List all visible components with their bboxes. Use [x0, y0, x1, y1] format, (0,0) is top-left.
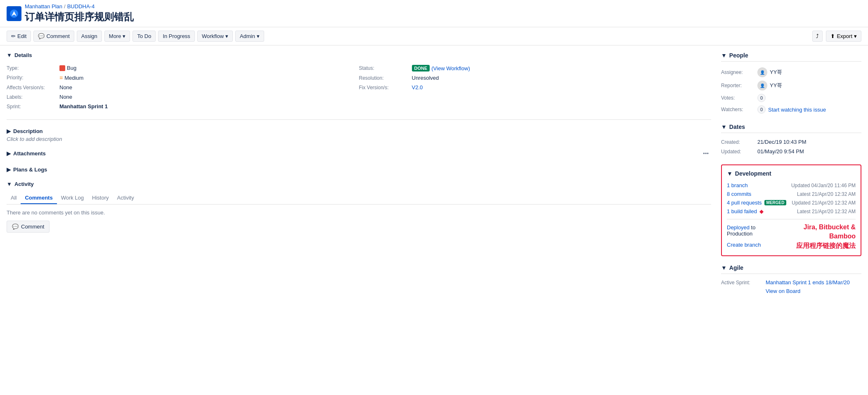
more-button[interactable]: More ▾ — [104, 31, 130, 42]
right-panel: ▼ People Assignee: 👤 YY哥 Reporter: 👤 YY哥… — [721, 52, 861, 304]
sprint-row: Sprint: Manhattan Sprint 1 — [7, 102, 359, 111]
plans-logs-header[interactable]: ▶ Plans & Logs — [7, 165, 711, 174]
add-comment-button[interactable]: 💬 Comment — [7, 221, 50, 233]
sprint-link[interactable]: Manhattan Sprint 1 ends 18/Mar/20 — [766, 279, 850, 286]
commits-row-left: 8 commits — [727, 191, 751, 197]
details-divider — [7, 119, 711, 120]
comment-button[interactable]: 💬 Comment — [33, 31, 74, 42]
people-section: ▼ People Assignee: 👤 YY哥 Reporter: 👤 YY哥… — [721, 52, 861, 115]
view-on-board-link[interactable]: View on Board — [766, 288, 800, 294]
commits-row: 8 commits Latest 21/Apr/20 12:32 AM — [727, 190, 856, 198]
details-right-col: Status: DONE (View Workflow) Resolution:… — [359, 63, 712, 111]
comment-icon-btn: 💬 — [12, 224, 19, 230]
export-button[interactable]: ⬆ Export ▾ — [826, 31, 861, 42]
agile-section: ▼ Agile Active Sprint: Manhattan Sprint … — [721, 264, 861, 295]
breadcrumb-project[interactable]: Manhattan Plan — [25, 3, 62, 10]
toolbar: ✏ Edit 💬 Comment Assign More ▾ To Do In … — [0, 27, 868, 45]
branch-row-left: 1 branch — [727, 182, 748, 188]
pencil-icon: ✏ — [11, 33, 16, 39]
attachments-more-button[interactable]: ••• — [700, 150, 711, 157]
priority-icon: ≡ — [59, 74, 63, 81]
agile-header[interactable]: ▼ Agile — [721, 264, 861, 274]
reporter-row: Reporter: 👤 YY哥 — [721, 79, 861, 92]
status-badge: DONE — [412, 65, 430, 71]
tab-comments[interactable]: Comments — [21, 192, 57, 204]
tab-worklog[interactable]: Work Log — [57, 192, 88, 204]
tab-all[interactable]: All — [7, 192, 21, 204]
votes-badge: 0 — [757, 94, 766, 102]
watchers-row: Watchers: 0 Start watching this issue — [721, 104, 861, 115]
chevron-down-icon-details: ▼ — [7, 52, 12, 58]
admin-button[interactable]: Admin ▾ — [235, 31, 264, 42]
comment-icon: 💬 — [38, 33, 45, 39]
merged-badge: MERGED — [764, 200, 787, 205]
priority-value: ≡ Medium — [59, 74, 83, 81]
branch-link[interactable]: 1 branch — [727, 182, 748, 188]
activity-header[interactable]: ▼ Activity — [7, 181, 711, 187]
watch-link[interactable]: Start watching this issue — [768, 107, 826, 113]
view-workflow-link[interactable]: (View Workflow) — [431, 65, 470, 71]
description-placeholder[interactable]: Click to add description — [7, 136, 711, 142]
people-header[interactable]: ▼ People — [721, 52, 861, 62]
chevron-right-icon-attach: ▶ — [7, 150, 11, 157]
in-progress-button[interactable]: In Progress — [158, 31, 194, 42]
commits-link[interactable]: 8 commits — [727, 191, 751, 197]
affects-row: Affects Version/s: None — [7, 83, 359, 92]
create-branch-link[interactable]: Create branch — [727, 242, 761, 248]
deployed-link[interactable]: Deployed — [727, 224, 750, 231]
description-section: ▶ Description Click to add description — [7, 126, 711, 142]
activity-section: ▼ Activity All Comments Work Log History… — [7, 181, 711, 233]
votes-value: 0 — [757, 94, 766, 102]
pulls-row-left: 4 pull requests MERGED — [727, 200, 786, 206]
deployed-area: Deployed to Production Create branch — [727, 223, 780, 248]
assign-button[interactable]: Assign — [77, 31, 102, 42]
status-row: Status: DONE (View Workflow) — [359, 63, 712, 73]
assignee-row: Assignee: 👤 YY哥 — [721, 66, 861, 79]
toolbar-right: ⤴ ⬆ Export ▾ — [812, 31, 861, 42]
upload-icon: ⬆ — [830, 33, 835, 39]
build-failed-icon: ◆ — [759, 208, 764, 214]
status-value: DONE (View Workflow) — [412, 65, 470, 71]
no-comments-text: There are no comments yet on this issue. — [7, 209, 711, 216]
fix-version-link[interactable]: V2.0 — [412, 84, 423, 90]
votes-row: Votes: 0 — [721, 92, 861, 104]
type-value: Bug — [59, 65, 76, 71]
tab-activity[interactable]: Activity — [113, 192, 138, 204]
bug-icon — [59, 65, 65, 71]
plans-logs-section: ▶ Plans & Logs — [7, 165, 711, 174]
chevron-down-icon: ▾ — [123, 33, 125, 39]
created-row: Created: 21/Dec/19 10:43 PM — [721, 137, 861, 147]
breadcrumb: Manhattan Plan / BUDDHA-4 — [25, 3, 134, 10]
branch-row: 1 branch Updated 04/Jan/20 11:46 PM — [727, 181, 856, 190]
share-button[interactable]: ⤴ — [812, 31, 823, 42]
tab-history[interactable]: History — [88, 192, 113, 204]
labels-row: Labels: None — [7, 92, 359, 102]
pulls-row: 4 pull requests MERGED Updated 21/Apr/20… — [727, 198, 856, 207]
main-content: ▼ Details Type: Bug Priority: — [0, 45, 868, 310]
edit-button[interactable]: ✏ Edit — [7, 31, 31, 42]
pulls-link[interactable]: 4 pull requests — [727, 200, 762, 206]
attachments-header[interactable]: ▶ Attachments — [7, 149, 46, 158]
watchers-badge: 0 — [757, 105, 766, 114]
details-header[interactable]: ▼ Details — [7, 52, 711, 58]
priority-row: Priority: ≡ Medium — [7, 73, 359, 83]
dates-header[interactable]: ▼ Dates — [721, 124, 861, 133]
todo-button[interactable]: To Do — [132, 31, 156, 42]
chevron-down-icon-admin: ▾ — [257, 33, 260, 39]
breadcrumb-issue[interactable]: BUDDHA-4 — [67, 3, 95, 10]
updated-row: Updated: 01/May/20 9:54 PM — [721, 147, 861, 156]
app-logo — [7, 6, 21, 21]
chevron-down-icon-activity: ▼ — [7, 181, 12, 187]
top-header: Manhattan Plan / BUDDHA-4 订单详情页排序规则错乱 — [0, 0, 868, 27]
build-link[interactable]: 1 build failed — [727, 208, 757, 214]
dev-annotation: Jira, Bitbucket & Bamboo 应用程序链接的魔法 — [780, 223, 856, 250]
development-header[interactable]: ▼ Development — [727, 170, 856, 177]
assignee-value: 👤 YY哥 — [757, 67, 782, 77]
chevron-right-icon-desc: ▶ — [7, 128, 11, 134]
workflow-button[interactable]: Workflow ▾ — [197, 31, 233, 42]
deployed-row: Deployed to Production — [727, 223, 780, 238]
dev-separator — [727, 219, 856, 219]
chevron-down-icon-people: ▼ — [721, 52, 727, 59]
description-header[interactable]: ▶ Description — [7, 126, 711, 136]
chevron-down-icon-dev: ▼ — [727, 170, 733, 177]
